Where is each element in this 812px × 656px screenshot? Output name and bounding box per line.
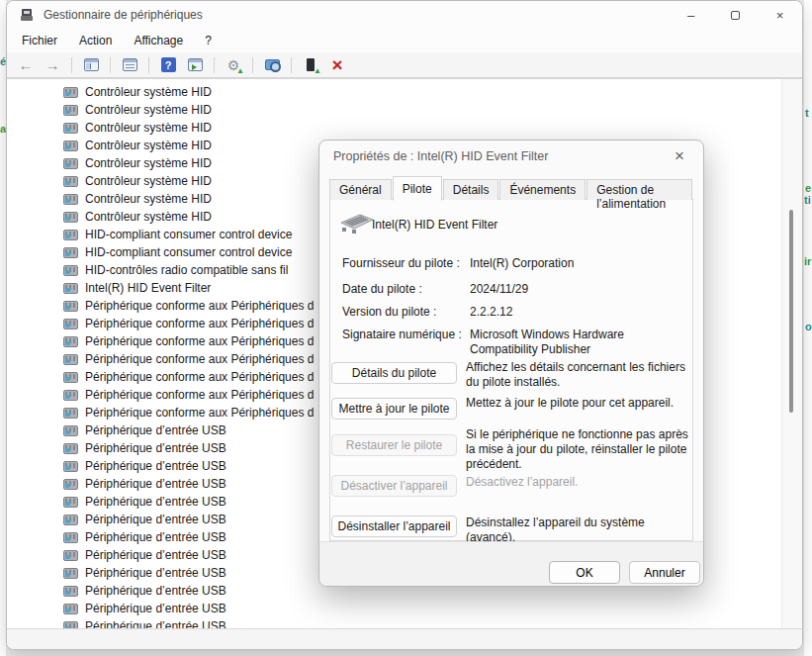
edge-text-fragment: o bbox=[805, 321, 812, 332]
tree-item-label: Périphérique d’entrée USB bbox=[85, 441, 226, 455]
window-title: Gestionnaire de périphériques bbox=[44, 8, 203, 22]
menu-affichage[interactable]: Affichage bbox=[123, 31, 194, 50]
tree-item-label: Périphérique d’entrée USB bbox=[85, 495, 226, 509]
hid-device-icon bbox=[63, 604, 78, 614]
status-bar bbox=[7, 628, 802, 649]
maximize-button[interactable] bbox=[713, 1, 758, 29]
roll-back-driver-button[interactable]: Restaurer le pilote bbox=[331, 434, 457, 456]
tab-pilote[interactable]: Pilote bbox=[393, 176, 442, 201]
tree-item[interactable]: Périphérique d’entrée USB bbox=[7, 600, 802, 617]
show-console-tree-icon[interactable] bbox=[80, 55, 102, 75]
properties-dialog: Propriétés de : Intel(R) HID Event Filte… bbox=[318, 140, 704, 587]
action-pane-icon[interactable] bbox=[184, 55, 206, 75]
help-icon[interactable]: ? bbox=[157, 55, 179, 75]
properties-icon[interactable] bbox=[119, 55, 140, 75]
dialog-title: Propriétés de : Intel(R) HID Event Filte… bbox=[333, 149, 548, 163]
update-driver-icon[interactable]: ▲ bbox=[300, 55, 321, 75]
tree-item-label: Contrôleur système HID bbox=[85, 139, 212, 152]
tree-item-label: HID-contrôles radio compatible sans fil bbox=[85, 263, 288, 277]
tree-item-label: Périphérique conforme aux Périphériques … bbox=[85, 370, 314, 384]
tree-item-label: Contrôleur système HID bbox=[85, 210, 212, 224]
tree-item-label: Contrôleur système HID bbox=[85, 121, 212, 135]
hid-device-icon bbox=[63, 87, 78, 98]
hid-device-icon bbox=[63, 319, 78, 329]
tree-item-label: Périphérique d’entrée USB bbox=[85, 513, 226, 526]
edge-text-fragment: t bbox=[805, 107, 809, 119]
vertical-scrollbar[interactable] bbox=[781, 79, 802, 628]
disable-device-button[interactable]: Désactiver l’appareil bbox=[331, 475, 457, 497]
back-icon[interactable]: ← bbox=[15, 55, 37, 75]
tree-item-label: Périphérique d’entrée USB bbox=[85, 530, 226, 544]
field-value: 2.2.2.12 bbox=[470, 305, 679, 320]
tree-item[interactable]: Contrôleur système HID bbox=[7, 83, 802, 101]
tree-item-label: Périphérique conforme aux Périphériques … bbox=[85, 352, 314, 366]
tab-details[interactable]: Détails bbox=[443, 179, 499, 200]
hid-device-icon bbox=[63, 390, 78, 401]
uninstall-device-button[interactable]: Désinstaller l’appareil bbox=[331, 515, 457, 537]
cancel-button[interactable]: Annuler bbox=[629, 561, 700, 584]
tree-item-label: Contrôleur système HID bbox=[85, 174, 212, 188]
menu-help[interactable]: ? bbox=[194, 31, 223, 50]
tree-item[interactable]: Contrôleur système HID bbox=[7, 101, 802, 119]
tree-item-label: HID-compliant consumer control device bbox=[85, 228, 292, 241]
keyboard-device-icon bbox=[335, 208, 375, 235]
field-value: Microsoft Windows Hardware Compatibility… bbox=[470, 328, 679, 357]
hid-device-icon bbox=[63, 568, 78, 579]
tree-item-label: Périphérique d’entrée USB bbox=[85, 602, 226, 615]
tree-item-label: Périphérique d’entrée USB bbox=[85, 566, 226, 580]
tree-item-label: Périphérique d’entrée USB bbox=[85, 619, 226, 628]
toolbar: ← → ? ⚙▲ ▲ × bbox=[7, 52, 802, 78]
toolbar-separator bbox=[71, 57, 72, 73]
remote-computer-icon[interactable] bbox=[261, 55, 283, 75]
driver-details-button[interactable]: Détails du pilote bbox=[331, 362, 457, 384]
tree-item[interactable]: Contrôleur système HID bbox=[7, 119, 802, 137]
hid-device-icon bbox=[63, 621, 78, 629]
hid-device-icon bbox=[63, 230, 78, 240]
tree-item-label: Périphérique conforme aux Périphériques … bbox=[85, 317, 314, 330]
tree-item-label: Périphérique d’entrée USB bbox=[85, 459, 226, 473]
tab-gestion-alimentation[interactable]: Gestion de l’alimentation bbox=[586, 179, 692, 200]
menu-action[interactable]: Action bbox=[68, 31, 123, 50]
forward-icon[interactable]: → bbox=[42, 55, 63, 75]
toolbar-separator bbox=[291, 57, 292, 73]
hid-device-icon bbox=[63, 425, 78, 436]
close-button[interactable]: × bbox=[758, 1, 802, 29]
toolbar-separator bbox=[110, 57, 111, 73]
device-name: Intel(R) HID Event Filter bbox=[372, 218, 497, 232]
menu-fichier[interactable]: Fichier bbox=[11, 31, 68, 50]
minimize-button[interactable]: – bbox=[669, 1, 713, 29]
hid-device-icon bbox=[63, 479, 78, 490]
field-value: Intel(R) Corporation bbox=[470, 256, 679, 271]
tree-item-label: Périphérique conforme aux Périphériques … bbox=[85, 406, 314, 420]
field-label: Signataire numérique : bbox=[342, 328, 462, 341]
dialog-close-icon[interactable]: × bbox=[668, 144, 691, 168]
tree-item-label: Contrôleur système HID bbox=[85, 192, 212, 206]
tree-item-label: Intel(R) HID Event Filter bbox=[85, 281, 211, 295]
tab-general[interactable]: Général bbox=[329, 179, 392, 200]
scrollbar-thumb[interactable] bbox=[789, 210, 793, 413]
device-manager-icon bbox=[20, 8, 35, 23]
ok-button[interactable]: OK bbox=[549, 561, 620, 584]
field-label: Fournisseur du pilote : bbox=[342, 256, 460, 270]
hid-device-icon bbox=[63, 550, 78, 561]
scan-hardware-changes-icon[interactable]: ⚙▲ bbox=[223, 55, 244, 75]
update-driver-button[interactable]: Mettre à jour le pilote bbox=[331, 398, 457, 420]
field-label: Version du pilote : bbox=[342, 305, 436, 319]
tree-item[interactable]: Périphérique d’entrée USB bbox=[7, 617, 802, 628]
tree-item-label: Périphérique d’entrée USB bbox=[85, 477, 226, 491]
hid-device-icon bbox=[63, 301, 78, 312]
update-driver-description: Mettez à jour le pilote pour cet apparei… bbox=[466, 396, 697, 411]
toolbar-separator bbox=[252, 57, 253, 73]
tree-item-label: Périphérique conforme aux Périphériques … bbox=[85, 388, 314, 402]
tree-item-label: Contrôleur système HID bbox=[85, 103, 212, 117]
uninstall-device-icon[interactable]: × bbox=[326, 55, 348, 75]
field-label: Date du pilote : bbox=[342, 282, 422, 296]
tab-evenements[interactable]: Événements bbox=[499, 179, 586, 200]
background-window-sliver-right: t e ti ir o bbox=[804, 0, 812, 656]
hid-device-icon bbox=[63, 283, 78, 294]
tab-strip: Général Pilote Détails Événements Gestio… bbox=[329, 177, 693, 200]
disable-device-description: Désactivez l’appareil. bbox=[466, 475, 697, 490]
roll-back-driver-description: Si le périphérique ne fonctionne pas apr… bbox=[466, 427, 697, 472]
hid-device-icon bbox=[63, 212, 78, 223]
edge-text-fragment: e bbox=[805, 182, 811, 194]
